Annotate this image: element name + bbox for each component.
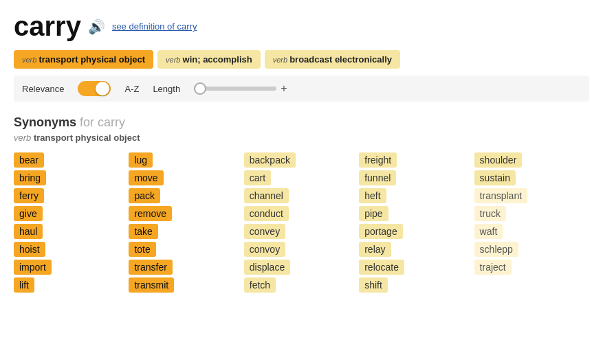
tab-label-3: broadcast electronically [289,54,392,65]
for-word-label: for carry [80,115,125,129]
synonyms-label: Synonyms [14,115,76,129]
list-item[interactable]: pipe [359,206,388,221]
speaker-icon[interactable]: 🔊 [88,19,105,35]
list-item[interactable]: truck [474,206,506,221]
list-item[interactable]: fetch [244,277,276,293]
az-label: A-Z [124,84,139,94]
list-item[interactable]: traject [474,260,512,275]
words-column-1: lug move pack remove take tote transfer … [129,152,243,293]
length-slider-container: + [194,82,287,95]
list-item[interactable]: convoy [244,242,285,257]
list-item[interactable]: lug [129,152,153,168]
tab-broadcast[interactable]: verb broadcast electronically [265,50,400,69]
controls-bar: Relevance A-Z Length + [14,76,589,102]
list-item[interactable]: sustain [474,170,516,185]
length-slider-thumb[interactable] [194,82,206,95]
list-item[interactable]: lift [14,277,34,293]
list-item[interactable]: pack [129,188,160,203]
length-slider-track[interactable] [194,87,276,91]
list-item[interactable]: funnel [359,170,396,185]
list-item[interactable]: remove [129,206,172,221]
relevance-label: Relevance [22,84,64,94]
synonyms-heading: Synonyms for carry [14,115,589,130]
list-item[interactable]: shift [359,277,388,293]
list-item[interactable]: channel [244,188,289,203]
list-item[interactable]: freight [359,152,397,168]
list-item[interactable]: bear [14,152,44,168]
list-item[interactable]: transplant [474,188,527,203]
list-item[interactable]: relocate [359,260,404,275]
words-column-0: bear bring ferry give haul hoist import … [14,152,129,293]
subtitle-noun: transport physical object [34,133,140,143]
words-column-3: freight funnel heft pipe portage relay r… [359,152,474,293]
words-grid: bear bring ferry give haul hoist import … [14,152,589,293]
list-item[interactable]: transfer [129,260,172,275]
list-item[interactable]: backpack [244,152,296,168]
list-item[interactable]: ferry [14,188,44,203]
section-subtitle: verb transport physical object [14,133,589,143]
relevance-toggle[interactable] [78,81,111,96]
list-item[interactable]: tote [129,242,155,257]
list-item[interactable]: relay [359,242,391,257]
list-item[interactable]: schlepp [474,242,518,257]
list-item[interactable]: import [14,260,52,275]
length-label: Length [153,84,180,94]
list-item[interactable]: convey [244,224,285,239]
list-item[interactable]: waft [474,224,503,239]
list-item[interactable]: take [129,224,157,239]
list-item[interactable]: conduct [244,206,289,221]
list-item[interactable]: portage [359,224,402,239]
toggle-thumb [96,82,109,95]
main-word: carry [14,11,81,42]
tab-verb-1: verb [22,56,39,64]
list-item[interactable]: move [129,170,163,185]
list-item[interactable]: cart [244,170,271,185]
list-item[interactable]: hoist [14,242,45,257]
tab-win[interactable]: verb win; accomplish [157,50,261,69]
tabs-container: verb transport physical object verb win;… [14,50,589,69]
list-item[interactable]: transmit [129,277,174,293]
tab-verb-2: verb [166,56,182,64]
list-item[interactable]: heft [359,188,386,203]
tab-transport[interactable]: verb transport physical object [14,50,153,69]
list-item[interactable]: haul [14,224,43,239]
synonyms-section: Synonyms for carry verb transport physic… [14,115,589,293]
list-item[interactable]: displace [244,260,290,275]
words-column-4: shoulder sustain transplant truck waft s… [474,152,589,293]
list-item[interactable]: bring [14,170,46,185]
tab-label-1: transport physical object [39,54,145,65]
subtitle-verb: verb [14,133,31,143]
see-definition-link[interactable]: see definition of carry [112,21,197,32]
list-item[interactable]: give [14,206,43,221]
tab-verb-3: verb [273,56,289,64]
list-item[interactable]: shoulder [474,152,523,168]
words-column-2: backpack cart channel conduct convey con… [244,152,359,293]
header: carry 🔊 see definition of carry [14,11,589,42]
plus-icon[interactable]: + [281,82,287,95]
tab-label-2: win; accomplish [183,54,252,65]
